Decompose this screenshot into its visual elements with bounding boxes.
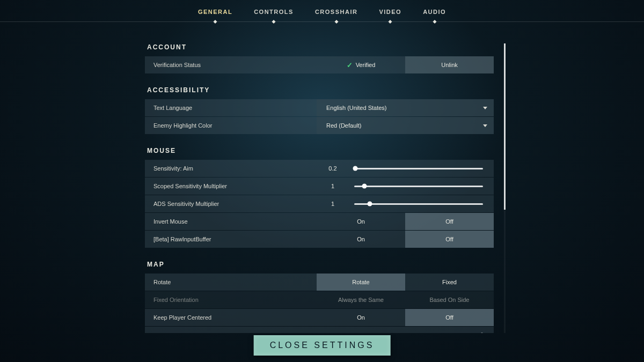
scrollbar[interactable] — [504, 43, 506, 333]
dropdown-value: English (United States) — [326, 105, 387, 111]
section-title-mouse: MOUSE — [147, 147, 494, 154]
label-ads-sens: ADS Sensitivity Multiplier — [145, 201, 317, 207]
label-keep-centered: Keep Player Centered — [145, 314, 317, 321]
tab-video[interactable]: VIDEO — [379, 9, 401, 16]
value-sensitivity[interactable]: 0.2 — [317, 165, 349, 172]
section-title-map: MAP — [147, 261, 494, 268]
section-accessibility: ACCESSIBILITY Text Language English (Uni… — [145, 86, 494, 134]
dropdown-text-language[interactable]: English (United States) — [317, 99, 494, 116]
row-keep-centered: Keep Player Centered On Off — [145, 309, 494, 326]
verified-text: Verified — [356, 62, 376, 68]
row-text-language: Text Language English (United States) — [145, 99, 494, 116]
toggle-rotate-fixed[interactable]: Fixed — [405, 274, 494, 291]
label-highlight-color: Enemy Highlight Color — [145, 122, 317, 129]
unlink-button[interactable]: Unlink — [405, 56, 494, 73]
row-rawinput: [Beta] RawInputBuffer On Off — [145, 231, 494, 248]
settings-panel: ACCOUNT Verification Status ✓ Verified U… — [145, 43, 499, 333]
label-text-language: Text Language — [145, 105, 317, 111]
label-scoped-sens: Scoped Sensitivity Multiplier — [145, 183, 317, 189]
section-title-accessibility: ACCESSIBILITY — [147, 86, 494, 94]
toggle-center-off[interactable]: Off — [405, 309, 494, 326]
label-rawinput: [Beta] RawInputBuffer — [145, 236, 317, 242]
chevron-down-icon — [483, 124, 487, 127]
section-map: MAP Rotate Rotate Fixed Fixed Orientatio… — [145, 261, 494, 333]
toggle-rawinput-on[interactable]: On — [317, 231, 405, 248]
section-mouse: MOUSE Sensitivity: Aim 0.2 Scoped Sensit… — [145, 147, 494, 248]
toggle-center-on[interactable]: On — [317, 309, 405, 326]
row-sensitivity: Sensitivity: Aim 0.2 — [145, 160, 494, 177]
row-fixed-orientation: Fixed Orientation Always the Same Based … — [145, 291, 494, 308]
toggle-orient-same: Always the Same — [317, 291, 405, 308]
tab-crosshair[interactable]: CROSSHAIR — [315, 9, 358, 16]
label-fixed-orientation: Fixed Orientation — [145, 297, 317, 303]
scrollbar-thumb[interactable] — [504, 43, 506, 210]
label-sensitivity: Sensitivity: Aim — [145, 165, 317, 172]
label-invert-mouse: Invert Mouse — [145, 218, 317, 225]
check-icon: ✓ — [347, 61, 353, 69]
dropdown-value: Red (Default) — [326, 122, 361, 129]
toggle-invert-on[interactable]: On — [317, 213, 405, 230]
toggle-invert-off[interactable]: Off — [405, 213, 494, 230]
toggle-rotate-rotate[interactable]: Rotate — [317, 274, 405, 291]
dropdown-highlight-color[interactable]: Red (Default) — [317, 117, 494, 134]
label-minimap-size: Minimap Size — [145, 332, 317, 333]
tab-general[interactable]: GENERAL — [198, 9, 232, 16]
top-nav: GENERAL CONTROLS CROSSHAIR VIDEO AUDIO — [0, 0, 644, 22]
label-verification: Verification Status — [145, 62, 317, 68]
section-account: ACCOUNT Verification Status ✓ Verified U… — [145, 43, 494, 73]
row-invert-mouse: Invert Mouse On Off — [145, 213, 494, 230]
slider-ads-sens[interactable] — [354, 203, 483, 205]
label-rotate: Rotate — [145, 279, 317, 285]
value-minimap-size[interactable]: 1.2 — [317, 332, 349, 333]
value-ads-sens[interactable]: 1 — [317, 201, 349, 207]
row-verification: Verification Status ✓ Verified Unlink — [145, 56, 494, 73]
toggle-rawinput-off[interactable]: Off — [405, 231, 494, 248]
tab-audio[interactable]: AUDIO — [423, 9, 446, 16]
value-scoped-sens[interactable]: 1 — [317, 183, 349, 189]
toggle-orient-side: Based On Side — [405, 291, 494, 308]
row-rotate: Rotate Rotate Fixed — [145, 274, 494, 291]
close-settings-button[interactable]: CLOSE SETTINGS — [254, 335, 391, 356]
status-verified: ✓ Verified — [317, 56, 405, 73]
row-ads-sens: ADS Sensitivity Multiplier 1 — [145, 195, 494, 212]
section-title-account: ACCOUNT — [147, 43, 494, 51]
row-highlight-color: Enemy Highlight Color Red (Default) — [145, 117, 494, 134]
row-scoped-sens: Scoped Sensitivity Multiplier 1 — [145, 178, 494, 195]
slider-scoped-sens[interactable] — [354, 186, 483, 187]
row-minimap-size: Minimap Size 1.2 — [145, 327, 494, 333]
tab-controls[interactable]: CONTROLS — [254, 9, 294, 16]
slider-sensitivity[interactable] — [354, 168, 483, 169]
chevron-down-icon — [483, 107, 487, 109]
